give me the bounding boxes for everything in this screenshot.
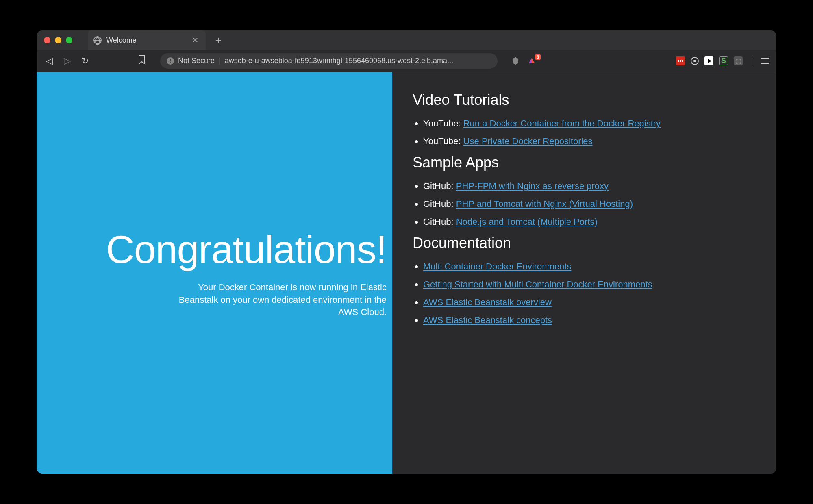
brave-shields-icon[interactable]	[511, 56, 520, 66]
link-docker-registry[interactable]: Run a Docker Container from the Docker R…	[463, 118, 661, 128]
page-content: Congratulations! Your Docker Container i…	[37, 72, 776, 474]
window-close-button[interactable]	[44, 37, 50, 43]
list-item: Getting Started with Multi Container Doc…	[423, 279, 756, 290]
browser-tab[interactable]: Welcome ✕	[88, 30, 206, 50]
traffic-lights	[44, 37, 72, 43]
list-item: Multi Container Docker Environments	[423, 261, 756, 272]
extension-s-icon[interactable]: S	[719, 56, 728, 65]
link-multi-container[interactable]: Multi Container Docker Environments	[423, 261, 571, 272]
section-heading: Video Tutorials	[413, 91, 756, 109]
tab-close-button[interactable]: ✕	[191, 36, 200, 45]
globe-icon	[93, 36, 102, 44]
bookmark-icon[interactable]	[138, 55, 146, 66]
section-heading: Documentation	[413, 235, 756, 252]
link-private-repos[interactable]: Use Private Docker Repositories	[463, 136, 593, 146]
link-nodejs-tomcat[interactable]: Node.js and Tomcat (Multiple Ports)	[456, 217, 598, 227]
link-list: GitHub: PHP-FPM with Nginx as reverse pr…	[413, 181, 756, 227]
link-eb-concepts[interactable]: AWS Elastic Beanstalk concepts	[423, 315, 552, 325]
section-sample-apps: Sample Apps GitHub: PHP-FPM with Nginx a…	[413, 154, 756, 227]
link-prefix: GitHub:	[423, 199, 456, 209]
list-item: YouTube: Use Private Docker Repositories	[423, 136, 756, 147]
section-video-tutorials: Video Tutorials YouTube: Run a Docker Co…	[413, 91, 756, 147]
link-prefix: YouTube:	[423, 136, 463, 146]
link-list: Multi Container Docker Environments Gett…	[413, 261, 756, 326]
url-divider: |	[219, 56, 221, 65]
hero-subtext: Your Docker Container is now running in …	[159, 281, 387, 319]
window-minimize-button[interactable]	[55, 37, 61, 43]
address-bar[interactable]: ! Not Secure | awseb-e-u-awsebloa-fd5913…	[160, 53, 498, 69]
info-icon: !	[167, 57, 174, 65]
link-php-fpm[interactable]: PHP-FPM with Nginx as reverse proxy	[456, 181, 609, 191]
hero-heading: Congratulations!	[106, 227, 387, 272]
links-panel: Video Tutorials YouTube: Run a Docker Co…	[392, 72, 776, 474]
forward-button[interactable]: ▷	[62, 56, 72, 66]
link-php-tomcat[interactable]: PHP and Tomcat with Nginx (Virtual Hosti…	[456, 199, 633, 209]
titlebar: Welcome ✕ +	[37, 30, 776, 50]
url-text: awseb-e-u-awsebloa-fd5913wnmhgl-15564600…	[225, 56, 453, 65]
toolbar: ◁ ▷ ↻ ! Not Secure | awseb-e-u-awsebloa-…	[37, 50, 776, 72]
brave-rewards-icon[interactable]: 3	[527, 56, 537, 66]
extension-circle-icon[interactable]	[691, 57, 699, 65]
toolbar-divider	[752, 56, 752, 66]
link-eb-overview[interactable]: AWS Elastic Beanstalk overview	[423, 297, 552, 307]
link-list: YouTube: Run a Docker Container from the…	[413, 118, 756, 147]
reload-button[interactable]: ↻	[80, 56, 90, 66]
list-item: AWS Elastic Beanstalk concepts	[423, 315, 756, 326]
link-prefix: GitHub:	[423, 181, 456, 191]
tab-title: Welcome	[106, 36, 186, 45]
extension-play-icon[interactable]	[704, 56, 713, 65]
extension-icons-right: ••• S ⬚	[676, 56, 769, 66]
security-status: Not Secure	[178, 56, 215, 65]
browser-window: Welcome ✕ + ◁ ▷ ↻ ! Not Secure | awseb-e…	[37, 30, 776, 474]
extension-grey-icon[interactable]: ⬚	[734, 56, 743, 65]
link-prefix: GitHub:	[423, 217, 456, 227]
section-documentation: Documentation Multi Container Docker Env…	[413, 235, 756, 326]
new-tab-button[interactable]: +	[215, 34, 222, 47]
window-maximize-button[interactable]	[66, 37, 72, 43]
list-item: GitHub: PHP-FPM with Nginx as reverse pr…	[423, 181, 756, 191]
list-item: AWS Elastic Beanstalk overview	[423, 297, 756, 308]
link-getting-started[interactable]: Getting Started with Multi Container Doc…	[423, 279, 652, 289]
list-item: YouTube: Run a Docker Container from the…	[423, 118, 756, 129]
list-item: GitHub: PHP and Tomcat with Nginx (Virtu…	[423, 199, 756, 209]
menu-button[interactable]	[761, 58, 769, 64]
link-prefix: YouTube:	[423, 118, 463, 128]
section-heading: Sample Apps	[413, 154, 756, 171]
rewards-badge: 3	[535, 54, 541, 60]
extension-icons-left: 3	[511, 56, 537, 66]
extension-lastpass-icon[interactable]: •••	[676, 56, 685, 65]
list-item: GitHub: Node.js and Tomcat (Multiple Por…	[423, 217, 756, 227]
back-button[interactable]: ◁	[44, 56, 54, 66]
hero-panel: Congratulations! Your Docker Container i…	[37, 72, 392, 474]
